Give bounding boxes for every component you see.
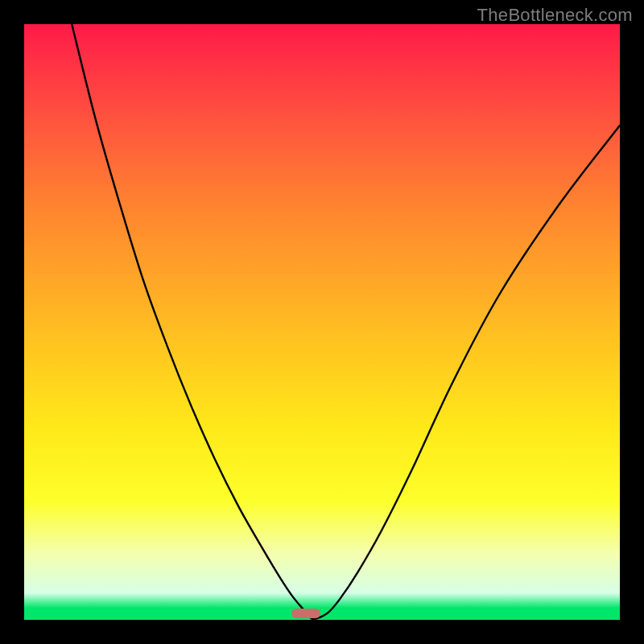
minimum-marker bbox=[291, 609, 320, 618]
plot-area bbox=[24, 24, 620, 620]
bottleneck-curve bbox=[24, 24, 620, 620]
chart-stage: TheBottleneck.com bbox=[0, 0, 644, 644]
watermark-label: TheBottleneck.com bbox=[477, 5, 633, 26]
curve-path bbox=[72, 24, 620, 619]
